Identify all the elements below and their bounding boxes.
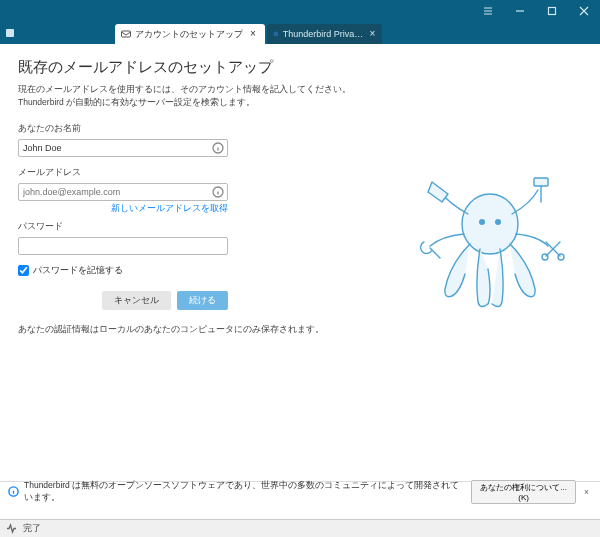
minimize-button[interactable] [510,1,530,21]
credentials-note: あなたの認証情報はローカルのあなたのコンピュータにのみ保存されます。 [18,324,582,336]
status-text: 完了 [23,522,41,535]
svg-point-6 [462,194,518,254]
remember-password-label: パスワードを記憶する [33,265,123,277]
cancel-button[interactable]: キャンセル [102,291,171,310]
tab-label: アカウントのセットアップ [135,28,243,41]
info-bar-text: Thunderbird は無料のオープンソースソフトウェアであり、世界中の多数の… [24,480,461,504]
activity-icon[interactable] [6,523,17,534]
account-setup-page: 既存のメールアドレスのセットアップ 現在のメールアドレスを使用するには、そのアカ… [0,44,600,519]
remember-password-checkbox[interactable] [18,265,29,276]
svg-point-3 [274,32,279,37]
svg-point-12 [558,254,564,260]
spaces-toolbar-icon[interactable] [0,22,20,44]
tab-close-icon[interactable]: × [369,29,376,39]
email-input[interactable] [18,183,228,201]
your-rights-button[interactable]: あなたの権利について...(K) [471,480,575,504]
tab-close-icon[interactable]: × [247,29,259,39]
name-label: あなたのお名前 [18,123,228,135]
info-bar: Thunderbird は無料のオープンソースソフトウェアであり、世界中の多数の… [0,481,600,501]
page-subtext: 現在のメールアドレスを使用するには、そのアカウント情報を記入してください。 Th… [18,83,582,109]
tab-privacy-notice[interactable]: Thunderbird Privacy Notice — Mo... × [267,24,382,44]
continue-button[interactable]: 続ける [177,291,228,310]
tab-label: Thunderbird Privacy Notice — Mo... [283,29,365,39]
window-close-button[interactable] [574,1,594,21]
password-input[interactable] [18,237,228,255]
octopus-illustration [410,164,570,324]
svg-rect-1 [6,29,14,37]
mail-settings-icon [121,29,131,39]
svg-point-11 [542,254,548,260]
thunderbird-icon [273,29,279,39]
info-icon[interactable] [212,184,224,196]
hamburger-menu-icon[interactable] [478,1,498,21]
password-label: パスワード [18,221,228,233]
email-label: メールアドレス [18,167,228,179]
svg-point-7 [479,219,485,225]
tab-bar: アカウントのセットアップ × Thunderbird Privacy Notic… [0,22,600,44]
status-bar: 完了 [0,519,600,537]
name-input[interactable] [18,139,228,157]
tab-account-setup[interactable]: アカウントのセットアップ × [115,24,265,44]
maximize-button[interactable] [542,1,562,21]
page-title: 既存のメールアドレスのセットアップ [18,58,582,77]
info-bar-close-icon[interactable]: × [581,487,592,497]
info-icon [8,486,19,497]
window-titlebar [0,0,600,22]
account-form: あなたのお名前 メールアドレス 新しいメールアドレスを取得 パスワード パスワー… [18,123,228,310]
info-icon[interactable] [212,140,224,152]
svg-point-8 [495,219,501,225]
svg-rect-2 [122,31,131,37]
svg-rect-0 [549,8,556,15]
svg-rect-9 [534,178,548,186]
